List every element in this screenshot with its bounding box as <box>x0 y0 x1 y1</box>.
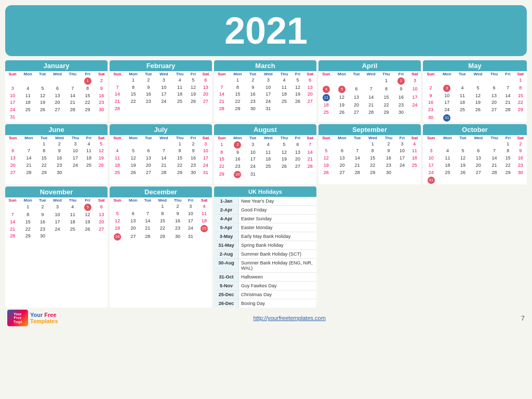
month-october: OctoberSunMonTueWedThuFriSat123456789101… <box>423 124 527 184</box>
holiday-row: 31-Oct Halloween <box>214 273 316 282</box>
main-grid: JanuarySunMonTueWedThuFriSat123456789101… <box>5 60 527 308</box>
holiday-row: 1-Jan New Year's Day <box>214 197 316 206</box>
holiday-row: 5-Apr Easter Monday <box>214 223 316 232</box>
month-june: JuneSunMonTueWedThuFriSat123456789101112… <box>5 124 108 184</box>
holidays-header: UK Holidays <box>214 187 316 197</box>
logo-area: YourFreeTmpl Your Free Templates <box>7 310 58 326</box>
month-july: JulySunMonTueWedThuFriSat123456789101112… <box>110 124 212 184</box>
month-november: NovemberSunMonTueWedThuFriSat12345678910… <box>5 187 108 308</box>
page-number: 7 <box>521 314 525 322</box>
holiday-row: 25-Dec Christmas Day <box>214 290 316 299</box>
month-february: FebruarySunMonTueWedThuFriSat12345678910… <box>110 60 212 122</box>
month-march: MarchSunMonTueWedThuFriSat12345678910111… <box>214 60 316 122</box>
holiday-row: 5-Nov Guy Fawkes Day <box>214 282 316 290</box>
month-august: AugustSunMonTueWedThuFriSat1234567891011… <box>214 124 316 184</box>
month-may: MaySunMonTueWedThuFriSat1234567891011121… <box>423 60 527 122</box>
holidays-panel: UK Holidays 1-Jan New Year's Day 2-Apr G… <box>214 187 316 308</box>
holiday-row: 2-Aug Summer Bank Holiday (SCT) <box>214 250 316 259</box>
footer-url[interactable]: http://yourfreetemplates.com <box>253 315 325 321</box>
holiday-row: 31-May Spring Bank Holiday <box>214 241 316 250</box>
holiday-row: 30-Aug Summer Bank Holiday (ENG, NIR, WA… <box>214 259 316 273</box>
holiday-row: 2-Apr Good Friday <box>214 206 316 215</box>
holiday-row: 26-Dec Boxing Day <box>214 299 316 308</box>
month-december: DecemberSunMonTueWedThuFriSat12345678910… <box>110 187 212 308</box>
month-april: AprilSunMonTueWedThuFriSat12345678910111… <box>318 60 421 122</box>
month-september: SeptemberSunMonTueWedThuFriSat1234567891… <box>318 124 421 184</box>
bottom-bar: YourFreeTmpl Your Free Templates http://… <box>5 310 527 326</box>
year-banner: 2021 <box>5 5 527 56</box>
month-january: JanuarySunMonTueWedThuFriSat123456789101… <box>5 60 108 122</box>
holiday-row: 3-May Early May Bank Holiday <box>214 232 316 241</box>
holiday-row: 4-Apr Easter Sunday <box>214 215 316 223</box>
